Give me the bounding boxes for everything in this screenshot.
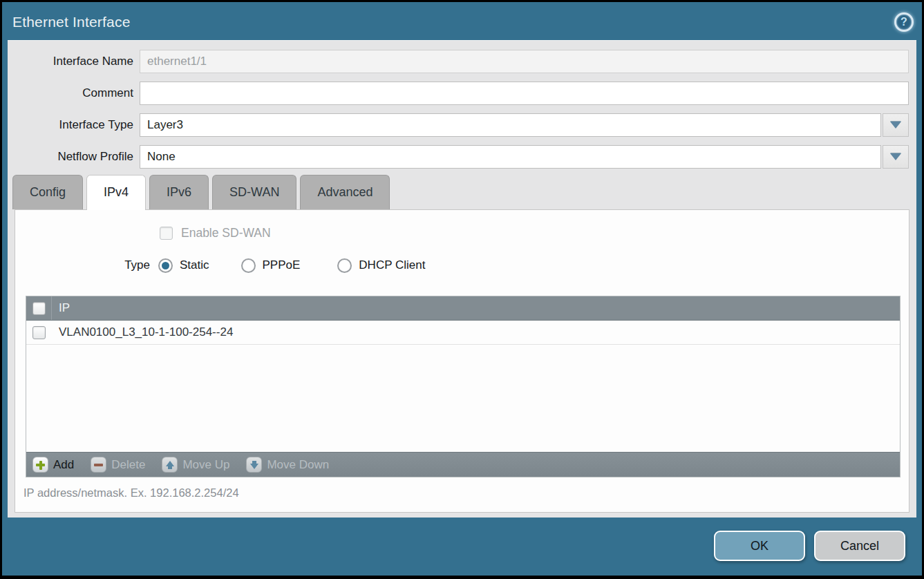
minus-icon xyxy=(91,457,106,473)
plus-icon xyxy=(32,457,48,473)
ipv4-panel: Enable SD-WAN Type Static PPPoE DHCP Cli… xyxy=(15,209,909,513)
enable-sdwan-checkbox xyxy=(160,227,173,240)
delete-button: Delete xyxy=(91,457,145,473)
delete-button-label: Delete xyxy=(111,458,145,472)
table-header: IP xyxy=(26,296,900,321)
help-icon[interactable]: ? xyxy=(894,12,914,32)
radio-option-pppoe: PPPoE xyxy=(241,258,301,273)
interface-type-row: Interface Type xyxy=(8,113,909,137)
netflow-profile-label: Netflow Profile xyxy=(8,150,140,164)
tab-sdwan[interactable]: SD-WAN xyxy=(212,175,296,209)
interface-type-dropdown-button[interactable] xyxy=(883,113,909,137)
tab-ipv4[interactable]: IPv4 xyxy=(86,175,146,210)
comment-label: Comment xyxy=(8,86,140,100)
type-radio-group: Type Static PPPoE DHCP Client xyxy=(15,256,425,274)
form-area: Interface Name Comment Interface Type xyxy=(8,41,916,169)
page-title: Ethernet Interface xyxy=(12,2,131,41)
netflow-profile-dropdown-button[interactable] xyxy=(883,145,909,169)
ethernet-interface-dialog: Ethernet Interface ? Interface Name Comm… xyxy=(0,0,924,579)
header-checkbox-cell xyxy=(26,296,52,320)
ok-button[interactable]: OK xyxy=(714,531,805,561)
static-radio-label: Static xyxy=(180,258,209,272)
radio-option-dhcp-client: DHCP Client xyxy=(337,258,425,273)
table-row[interactable]: VLAN0100_L3_10-1-100-254--24 xyxy=(26,321,900,345)
dhcp-client-radio[interactable] xyxy=(337,258,352,273)
netflow-profile-select[interactable] xyxy=(140,145,881,169)
chevron-down-icon xyxy=(890,122,901,129)
radio-option-static: Static xyxy=(158,258,209,273)
column-header-ip: IP xyxy=(52,301,70,315)
move-up-button-label: Move Up xyxy=(182,458,229,472)
add-button-label: Add xyxy=(53,458,74,472)
interface-name-input xyxy=(140,50,909,73)
tab-ipv6[interactable]: IPv6 xyxy=(149,175,209,209)
netflow-profile-row: Netflow Profile xyxy=(8,145,909,169)
cancel-button[interactable]: Cancel xyxy=(814,531,905,561)
move-down-button: Move Down xyxy=(246,457,329,473)
comment-row: Comment xyxy=(8,82,909,105)
arrow-up-icon xyxy=(162,457,178,473)
interface-name-row: Interface Name xyxy=(8,50,909,73)
add-button[interactable]: Add xyxy=(32,457,74,473)
interface-type-select[interactable] xyxy=(140,113,881,137)
pppoe-radio[interactable] xyxy=(241,258,256,273)
ip-address-value[interactable]: VLAN0100_L3_10-1-100-254--24 xyxy=(52,325,233,339)
comment-input[interactable] xyxy=(140,82,909,105)
type-label: Type xyxy=(15,258,154,272)
dialog-frame: Ethernet Interface ? Interface Name Comm… xyxy=(2,2,922,576)
titlebar: Ethernet Interface ? xyxy=(2,2,922,40)
move-up-button: Move Up xyxy=(162,457,229,473)
select-all-checkbox[interactable] xyxy=(32,302,46,315)
interface-name-label: Interface Name xyxy=(8,55,140,68)
arrow-down-icon xyxy=(246,457,262,473)
enable-sdwan-label: Enable SD-WAN xyxy=(181,226,271,240)
row-checkbox[interactable] xyxy=(32,326,46,339)
ip-address-table: IP VLAN0100_L3_10-1-100-254--24 xyxy=(26,296,901,477)
pppoe-radio-label: PPPoE xyxy=(263,258,301,272)
dhcp-client-radio-label: DHCP Client xyxy=(359,258,425,272)
table-body: VLAN0100_L3_10-1-100-254--24 xyxy=(26,321,900,452)
chevron-down-icon xyxy=(890,153,901,160)
tab-advanced[interactable]: Advanced xyxy=(300,175,390,209)
tab-bar: Config IPv4 IPv6 SD-WAN Advanced xyxy=(12,175,393,209)
interface-type-label: Interface Type xyxy=(8,118,140,132)
row-checkbox-cell xyxy=(26,326,52,339)
dialog-content: Interface Name Comment Interface Type xyxy=(8,40,916,518)
table-toolbar: Add Delete Move Up Move Down xyxy=(26,452,900,477)
static-radio[interactable] xyxy=(158,258,173,273)
enable-sdwan-row: Enable SD-WAN xyxy=(160,226,271,240)
tab-config[interactable]: Config xyxy=(12,175,83,209)
move-down-button-label: Move Down xyxy=(267,458,329,472)
ip-format-hint: IP address/netmask. Ex. 192.168.2.254/24 xyxy=(23,486,239,500)
